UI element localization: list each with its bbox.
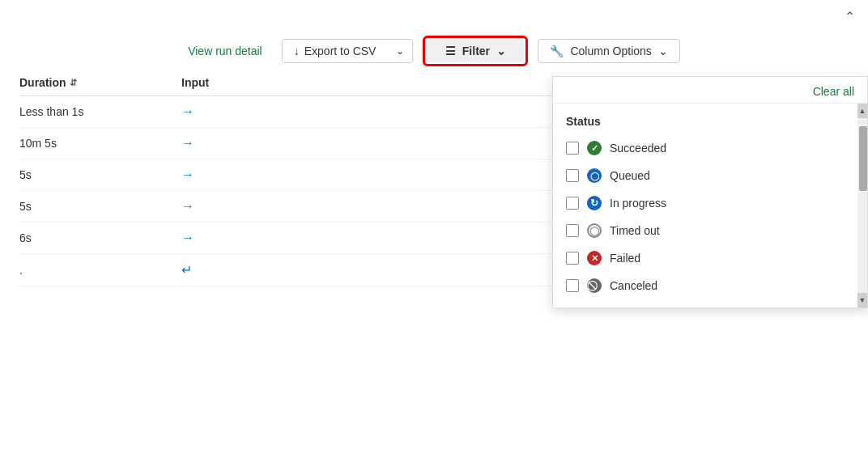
scroll-thumb-area bbox=[857, 118, 867, 293]
timedout-label: Timed out bbox=[610, 224, 660, 237]
dropdown-body: Status ✓ Succeeded ◯ Queued ↻ In bbox=[553, 104, 867, 307]
queued-label: Queued bbox=[610, 169, 650, 182]
sort-icon[interactable]: ⇵ bbox=[70, 78, 77, 88]
clear-all-button[interactable]: Clear all bbox=[813, 85, 854, 98]
succeeded-checkbox[interactable] bbox=[566, 142, 579, 155]
canceled-checkbox[interactable] bbox=[566, 279, 579, 292]
filter-chevron-icon: ⌄ bbox=[496, 45, 506, 57]
export-label: Export to CSV bbox=[304, 45, 377, 57]
timedout-checkbox[interactable] bbox=[566, 224, 579, 237]
input-cell[interactable]: → bbox=[181, 199, 343, 214]
failed-checkbox[interactable] bbox=[566, 252, 579, 265]
input-label: Input bbox=[181, 76, 209, 89]
wrench-icon: 🔧 bbox=[550, 45, 564, 57]
duration-column-header: Duration ⇵ bbox=[19, 76, 181, 89]
failed-label: Failed bbox=[610, 252, 640, 265]
column-options-button[interactable]: 🔧 Column Options ⌄ bbox=[538, 39, 679, 63]
inprogress-icon: ↻ bbox=[587, 196, 602, 210]
scroll-down-button[interactable]: ▼ bbox=[857, 293, 867, 307]
canceled-label: Canceled bbox=[610, 279, 657, 292]
input-cell[interactable]: ↵ bbox=[181, 262, 343, 278]
filter-button[interactable]: ☰ Filter ⌄ bbox=[427, 40, 524, 62]
list-item[interactable]: ✕ Failed bbox=[553, 244, 857, 272]
duration-cell: 5s bbox=[19, 168, 181, 181]
duration-label: Duration bbox=[19, 76, 66, 89]
list-item[interactable]: ◯ Timed out bbox=[553, 217, 857, 244]
inprogress-checkbox[interactable] bbox=[566, 197, 579, 210]
input-cell[interactable]: → bbox=[181, 104, 343, 119]
filter-icon: ☰ bbox=[445, 45, 456, 57]
duration-cell: 10m 5s bbox=[19, 137, 181, 150]
export-csv-button[interactable]: ↓ Export to CSV bbox=[283, 40, 388, 62]
column-options-label: Column Options bbox=[570, 45, 651, 57]
toolbar: View run detail ↓ Export to CSV ⌄ ☰ Filt… bbox=[0, 26, 868, 76]
canceled-icon: ⃠ bbox=[587, 278, 602, 293]
duration-cell: 5s bbox=[19, 200, 181, 213]
scrollbar-track: ▲ ▼ bbox=[857, 104, 867, 307]
input-cell[interactable]: → bbox=[181, 168, 343, 182]
duration-cell: Less than 1s bbox=[19, 105, 181, 118]
queued-checkbox[interactable] bbox=[566, 169, 579, 182]
filter-dropdown-panel: Clear all Status ✓ Succeeded ◯ Queued bbox=[552, 76, 868, 308]
list-item[interactable]: ◯ Queued bbox=[553, 162, 857, 189]
input-column-header: Input bbox=[181, 76, 343, 89]
export-group: ↓ Export to CSV ⌄ bbox=[282, 39, 414, 63]
inprogress-label: In progress bbox=[610, 197, 666, 210]
succeeded-label: Succeeded bbox=[610, 142, 666, 155]
filter-label: Filter bbox=[462, 45, 490, 57]
top-bar: ⌃ bbox=[0, 0, 868, 26]
list-item[interactable]: ↻ In progress bbox=[553, 189, 857, 217]
input-cell[interactable]: → bbox=[181, 136, 343, 151]
download-icon: ↓ bbox=[294, 45, 300, 57]
list-item[interactable]: ⃠ Canceled bbox=[553, 272, 857, 299]
main-content: Duration ⇵ Input Less than 1s → 10m 5s →… bbox=[0, 76, 868, 286]
collapse-icon[interactable]: ⌃ bbox=[845, 9, 855, 24]
input-cell[interactable]: → bbox=[181, 231, 343, 245]
list-item[interactable]: ✓ Succeeded bbox=[553, 134, 857, 162]
duration-cell: . bbox=[19, 264, 181, 277]
filter-button-wrapper: ☰ Filter ⌄ bbox=[423, 36, 528, 66]
failed-icon: ✕ bbox=[587, 251, 602, 265]
view-run-detail-link[interactable]: View run detail bbox=[188, 45, 262, 57]
scroll-up-button[interactable]: ▲ bbox=[857, 104, 867, 118]
filter-section-title: Status bbox=[553, 112, 857, 134]
clear-row: Clear all bbox=[553, 77, 867, 104]
timedout-icon: ◯ bbox=[587, 223, 602, 238]
column-options-chevron-icon: ⌄ bbox=[658, 45, 668, 57]
scroll-thumb[interactable] bbox=[859, 126, 867, 191]
duration-cell: 6s bbox=[19, 231, 181, 244]
succeeded-icon: ✓ bbox=[587, 141, 602, 155]
queued-icon: ◯ bbox=[587, 168, 602, 183]
export-dropdown-button[interactable]: ⌄ bbox=[388, 40, 412, 61]
filter-list: Status ✓ Succeeded ◯ Queued ↻ In bbox=[553, 104, 857, 307]
